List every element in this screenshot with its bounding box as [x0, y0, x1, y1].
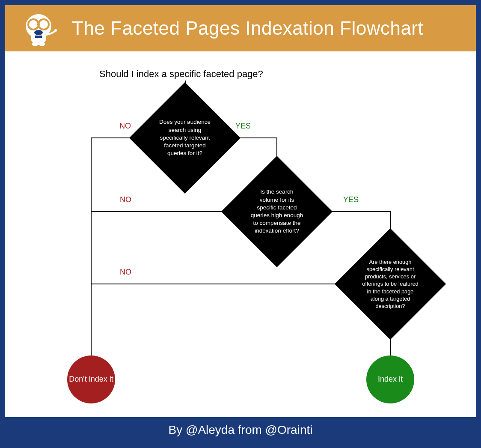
mascot-icon	[17, 9, 60, 48]
connector	[91, 137, 92, 355]
svg-point-7	[54, 29, 57, 32]
decision-1-text: Does your audience search using specific…	[145, 99, 224, 177]
footer-bar: By @Aleyda from @Orainti	[5, 417, 476, 443]
svg-point-9	[39, 42, 45, 46]
connector	[91, 284, 352, 284]
connector	[390, 323, 391, 355]
diagram-frame: The Faceted Pages Indexation Flowchart S…	[0, 0, 481, 448]
connector	[91, 137, 146, 138]
label-no-3: NO	[120, 268, 131, 277]
connector	[316, 211, 391, 212]
terminal-dont-index: Don't index it	[67, 355, 115, 403]
start-question: Should I index a specific faceted page?	[99, 69, 263, 80]
connector	[223, 137, 277, 138]
terminal-index-text: Index it	[378, 375, 403, 384]
svg-rect-4	[37, 24, 40, 25]
header-title: The Faceted Pages Indexation Flowchart	[72, 18, 423, 39]
flowchart-canvas: Should I index a specific faceted page? …	[5, 51, 476, 417]
svg-point-8	[32, 42, 38, 46]
connector	[91, 211, 238, 212]
label-no-2: NO	[120, 195, 131, 204]
label-yes-2: YES	[343, 195, 359, 204]
header-bar: The Faceted Pages Indexation Flowchart	[5, 5, 476, 51]
footer-text: By @Aleyda from @Orainti	[169, 423, 313, 437]
terminal-index: Index it	[366, 355, 414, 403]
label-no-1: NO	[119, 122, 131, 131]
decision-2-text: Is the search volume for its specific fa…	[238, 172, 316, 251]
decision-3-text: Are there enough specifically relevant p…	[351, 245, 430, 323]
svg-point-5	[34, 30, 43, 35]
svg-rect-6	[35, 36, 42, 38]
terminal-dont-index-text: Don't index it	[69, 375, 113, 384]
label-yes-1: YES	[235, 122, 251, 131]
